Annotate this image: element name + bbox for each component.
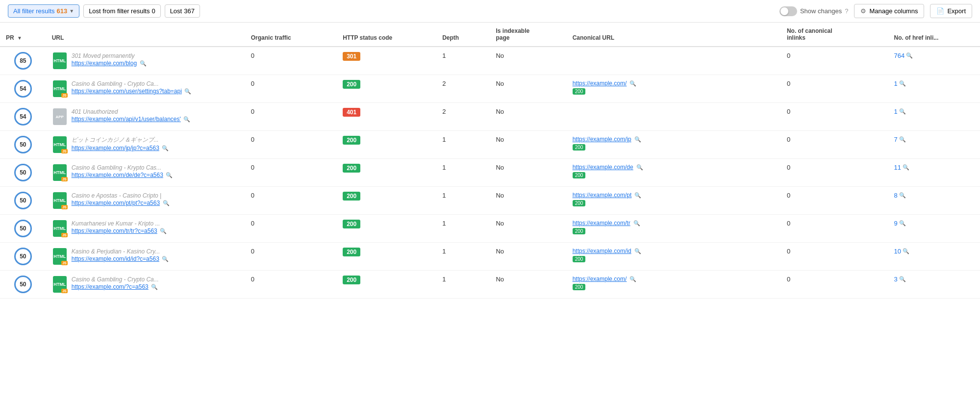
href-inlinks-link[interactable]: 7 🔍 bbox=[894, 136, 974, 143]
page-url-link[interactable]: https://example.com/id/id?c=a563 bbox=[72, 255, 159, 262]
search-icon[interactable]: 🔍 bbox=[906, 52, 913, 59]
href-inlinks-link[interactable]: 11 🔍 bbox=[894, 164, 974, 171]
page-url-link[interactable]: https://example.com/de/de?c=a563 bbox=[72, 172, 163, 178]
table-row: 50 HTML JS Casino & Gambling - Crypto Ca… bbox=[0, 271, 980, 299]
canonical-url-anchor[interactable]: https://example.com/de bbox=[573, 164, 633, 171]
search-icon[interactable]: 🔍 bbox=[899, 220, 906, 227]
search-icon[interactable]: 🔍 bbox=[899, 80, 906, 87]
href-inlinks-link[interactable]: 1 🔍 bbox=[894, 80, 974, 87]
pr-cell: 50 bbox=[0, 187, 46, 215]
pr-value: 50 bbox=[14, 248, 32, 265]
href-inlinks-link[interactable]: 9 🔍 bbox=[894, 220, 974, 227]
table-row: 50 HTML JS Kumarhanesi ve Kumar - Kripto… bbox=[0, 215, 980, 243]
status-badge: 200 bbox=[343, 164, 360, 173]
canonical-search-icon[interactable]: 🔍 bbox=[629, 80, 636, 87]
href-inlinks-link[interactable]: 764 🔍 bbox=[894, 52, 974, 59]
depth-cell: 1 bbox=[436, 187, 490, 215]
filter-all-count: 613 bbox=[57, 7, 68, 15]
filter-lost2-button[interactable]: Lost 367 bbox=[165, 4, 200, 18]
canonical-status-badge: 200 bbox=[573, 172, 586, 178]
show-changes-label: Show changes bbox=[800, 7, 842, 15]
page-url-link[interactable]: https://example.com/jp/jp?c=a563 bbox=[72, 145, 159, 151]
canonical-url-cell: https://example.com/pt 🔍 200 bbox=[567, 187, 781, 215]
html-icon: HTML bbox=[53, 52, 67, 69]
table-row: 50 HTML JS ビットコインカジノ＆ギャンブ... https://exa… bbox=[0, 131, 980, 159]
canonical-search-icon[interactable]: 🔍 bbox=[629, 276, 636, 282]
status-badge: 200 bbox=[343, 80, 360, 89]
pr-value: 54 bbox=[14, 80, 32, 98]
indexable-cell: No bbox=[490, 271, 566, 299]
href-inlinks-link[interactable]: 1 🔍 bbox=[894, 108, 974, 115]
canonical-url-anchor[interactable]: https://example.com/pt bbox=[573, 192, 632, 199]
page-url-link[interactable]: https://example.com/blog bbox=[72, 60, 137, 67]
canonical-url-link: https://example.com/ 🔍 bbox=[573, 80, 775, 87]
url-cell: HTML JS Casino & Gambling - Krypto Cas..… bbox=[46, 159, 245, 187]
col-pr[interactable]: PR ▼ bbox=[0, 23, 46, 47]
pr-value: 85 bbox=[14, 52, 32, 70]
filter-lost-count: 0 bbox=[151, 7, 155, 15]
export-button[interactable]: 📄 Export bbox=[930, 4, 972, 18]
search-icon[interactable]: 🔍 bbox=[184, 88, 191, 94]
filter-all-button[interactable]: All filter results 613 ▼ bbox=[8, 4, 79, 18]
canonical-inlinks-cell: 0 bbox=[781, 159, 888, 187]
http-status-cell: 200 bbox=[337, 215, 436, 243]
search-icon[interactable]: 🔍 bbox=[903, 248, 909, 254]
help-icon[interactable]: ? bbox=[845, 7, 848, 15]
href-inlinks-link[interactable]: 8 🔍 bbox=[894, 192, 974, 199]
page-url-link[interactable]: https://example.com/user/settings?tab=ap… bbox=[72, 88, 182, 95]
search-icon[interactable]: 🔍 bbox=[899, 276, 906, 282]
search-icon[interactable]: 🔍 bbox=[903, 164, 909, 171]
manage-columns-button[interactable]: ⚙ Manage columns bbox=[854, 4, 924, 18]
search-icon[interactable]: 🔍 bbox=[160, 228, 167, 234]
search-icon[interactable]: 🔍 bbox=[183, 116, 190, 122]
sort-arrow-pr: ▼ bbox=[17, 35, 22, 41]
pr-cell: 50 bbox=[0, 215, 46, 243]
status-badge: 200 bbox=[343, 136, 360, 145]
href-inlinks-cell: 8 🔍 bbox=[888, 187, 980, 215]
table-row: 54 HTML JS Casino & Gambling - Crypto Ca… bbox=[0, 75, 980, 103]
search-icon[interactable]: 🔍 bbox=[162, 256, 169, 262]
page-url-link[interactable]: https://example.com/?c=a563 bbox=[72, 283, 149, 290]
pr-cell: 50 bbox=[0, 159, 46, 187]
canonical-url-anchor[interactable]: https://example.com/jp bbox=[573, 136, 631, 143]
canonical-url-anchor[interactable]: https://example.com/id bbox=[573, 248, 631, 254]
canonical-url-anchor[interactable]: https://example.com/tr bbox=[573, 220, 630, 227]
search-icon[interactable]: 🔍 bbox=[163, 200, 170, 206]
page-title: Casino & Gambling - Crypto Ca... bbox=[72, 80, 159, 87]
search-icon[interactable]: 🔍 bbox=[899, 108, 906, 115]
col-indexable: Is indexablepage bbox=[490, 23, 566, 47]
search-icon[interactable]: 🔍 bbox=[899, 136, 906, 143]
href-inlinks-link[interactable]: 3 🔍 bbox=[894, 276, 974, 283]
url-info: Casino & Gambling - Krypto Cas... https:… bbox=[72, 164, 239, 178]
show-changes-section: Show changes ? bbox=[779, 6, 849, 16]
canonical-url-anchor[interactable]: https://example.com/ bbox=[573, 276, 627, 282]
page-url-link[interactable]: https://example.com/api/v1/user/balances… bbox=[72, 116, 181, 123]
canonical-inlinks-cell: 0 bbox=[781, 75, 888, 103]
page-url-link[interactable]: https://example.com/pt/pt?c=a563 bbox=[72, 200, 160, 206]
search-icon[interactable]: 🔍 bbox=[166, 172, 173, 178]
col-url: URL bbox=[46, 23, 245, 47]
canonical-search-icon[interactable]: 🔍 bbox=[636, 164, 643, 171]
canonical-search-icon[interactable]: 🔍 bbox=[634, 136, 641, 143]
js-badge: JS bbox=[61, 289, 68, 293]
search-icon[interactable]: 🔍 bbox=[151, 284, 158, 290]
canonical-url-anchor[interactable]: https://example.com/ bbox=[573, 80, 627, 87]
canonical-inlinks-cell: 0 bbox=[781, 215, 888, 243]
filter-lost-button[interactable]: Lost from filter results 0 bbox=[83, 4, 161, 18]
canonical-search-icon[interactable]: 🔍 bbox=[634, 248, 641, 254]
canonical-url-link: https://example.com/id 🔍 bbox=[573, 248, 775, 254]
href-inlinks-link[interactable]: 10 🔍 bbox=[894, 248, 974, 255]
api-icon: APP bbox=[53, 108, 67, 125]
page-url-link[interactable]: https://example.com/tr/tr?c=a563 bbox=[72, 227, 157, 234]
pr-value: 50 bbox=[14, 220, 32, 237]
search-icon[interactable]: 🔍 bbox=[899, 192, 906, 199]
search-icon[interactable]: 🔍 bbox=[162, 145, 169, 151]
http-status-cell: 200 bbox=[337, 187, 436, 215]
canonical-search-icon[interactable]: 🔍 bbox=[633, 220, 640, 227]
search-icon[interactable]: 🔍 bbox=[140, 60, 147, 66]
toggle-knob bbox=[780, 7, 788, 15]
status-badge: 200 bbox=[343, 248, 360, 256]
show-changes-toggle[interactable] bbox=[779, 6, 797, 16]
canonical-search-icon[interactable]: 🔍 bbox=[634, 192, 641, 199]
filter-dropdown-arrow: ▼ bbox=[69, 8, 74, 14]
